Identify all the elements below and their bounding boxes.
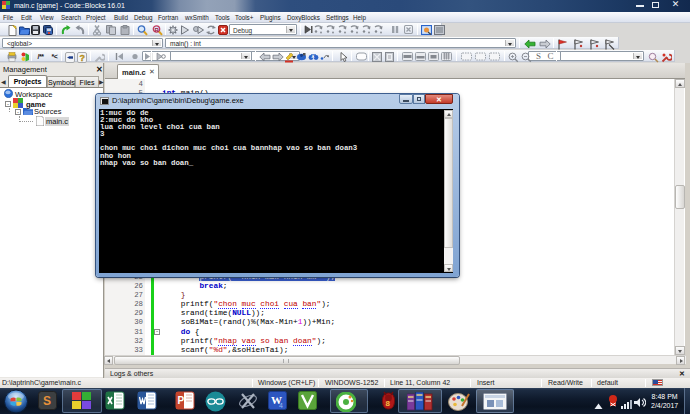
svg-text:4: 4 — [279, 402, 283, 409]
svg-text:P: P — [178, 395, 185, 406]
svg-text:R: R — [155, 27, 160, 33]
svg-text:8: 8 — [386, 399, 391, 408]
svg-text:?: ? — [80, 53, 86, 63]
svg-text:S: S — [43, 394, 51, 408]
svg-text:A: A — [312, 54, 315, 59]
